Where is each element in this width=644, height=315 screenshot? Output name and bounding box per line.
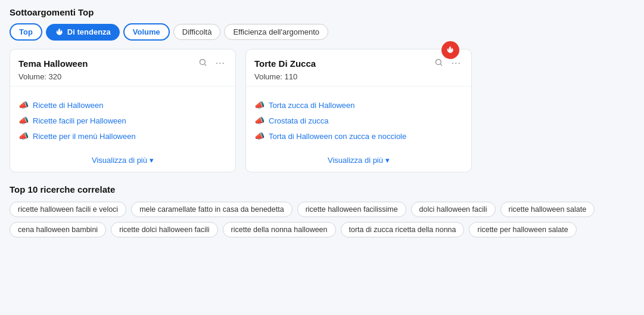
tag-pill[interactable]: ricette dolci halloween facili <box>111 222 217 237</box>
list-item: 📣 Torta zucca di Halloween <box>254 97 463 113</box>
tags-container: ricette halloween facili e veloci mele c… <box>10 202 634 237</box>
section-title: Sottoargomenti Top <box>10 7 634 17</box>
card1-search-button[interactable] <box>197 57 209 70</box>
svg-point-0 <box>200 60 205 65</box>
card2-show-more[interactable]: Visualizza di più ▾ <box>246 150 471 172</box>
chevron-down-icon: ▾ <box>385 156 390 165</box>
megaphone-icon: 📣 <box>254 131 265 141</box>
tag-pill[interactable]: mele caramellate fatto in casa da benede… <box>131 202 293 217</box>
tag-pill[interactable]: dolci halloween facili <box>411 202 496 217</box>
card2-header: Torte Di Zucca ··· Volume: 110 <box>246 50 471 87</box>
cards-row: Tema Halloween ··· Volume: 320 <box>10 49 634 172</box>
related-searches-title: Top 10 ricerche correlate <box>10 184 634 194</box>
related-searches-section: Top 10 ricerche correlate ricette hallow… <box>10 184 634 237</box>
card1-body: 📣 Ricette di Halloween 📣 Ricette facili … <box>10 87 235 150</box>
card1-header: Tema Halloween ··· Volume: 320 <box>10 50 235 87</box>
card2-title: Torte Di Zucca <box>254 58 316 69</box>
list-item: 📣 Ricette di Halloween <box>18 97 227 113</box>
tab-difficulty[interactable]: Difficoltà <box>173 24 221 40</box>
tag-pill[interactable]: cena halloween bambini <box>10 222 106 237</box>
list-item: 📣 Ricette per il menù Halloween <box>18 128 227 144</box>
tab-volume[interactable]: Volume <box>123 23 170 41</box>
megaphone-icon: 📣 <box>18 100 29 110</box>
card2-volume: Volume: 110 <box>254 72 463 81</box>
card1-title-row: Tema Halloween ··· <box>18 57 227 70</box>
megaphone-icon: 📣 <box>18 131 29 141</box>
list-item: 📣 Ricette facili per Halloween <box>18 113 227 128</box>
card-torte-di-zucca: Torte Di Zucca ··· Volume: 110 <box>245 49 472 172</box>
card1-show-more[interactable]: Visualizza di più ▾ <box>10 150 235 172</box>
tag-pill[interactable]: ricette della nonna halloween <box>223 222 336 237</box>
card1-more-button[interactable]: ··· <box>214 57 227 70</box>
card1-title: Tema Halloween <box>18 58 88 69</box>
tabs-row: Top Di tendenza Volume Difficoltà Effici… <box>10 23 634 41</box>
svg-line-3 <box>440 64 442 66</box>
card2-keyword-list: 📣 Torta zucca di Halloween 📣 Crostata di… <box>254 92 463 144</box>
card2-title-row: Torte Di Zucca ··· <box>254 57 463 70</box>
tab-trending[interactable]: Di tendenza <box>46 24 120 41</box>
megaphone-icon: 📣 <box>254 116 265 125</box>
tag-pill[interactable]: torta di zucca ricetta della nonna <box>341 222 465 237</box>
megaphone-icon: 📣 <box>254 100 265 110</box>
card1-volume: Volume: 320 <box>18 72 227 81</box>
card2-body: 📣 Torta zucca di Halloween 📣 Crostata di… <box>246 87 471 150</box>
tag-pill[interactable]: ricette per halloween salate <box>469 222 576 237</box>
megaphone-icon: 📣 <box>18 116 29 125</box>
list-item: 📣 Torta di Halloween con zucca e nocciol… <box>254 128 463 144</box>
chevron-down-icon: ▾ <box>150 156 154 165</box>
tag-pill[interactable]: ricette halloween facilissime <box>297 202 406 217</box>
tag-pill[interactable]: ricette halloween facili e veloci <box>10 202 126 217</box>
tab-top[interactable]: Top <box>10 23 42 41</box>
fire-icon-tab <box>55 27 64 37</box>
card1-icons: ··· <box>197 57 227 70</box>
svg-point-2 <box>435 60 441 65</box>
card1-keyword-list: 📣 Ricette di Halloween 📣 Ricette facili … <box>18 92 227 144</box>
tab-efficiency[interactable]: Efficienza dell'argomento <box>224 24 328 40</box>
card-tema-halloween: Tema Halloween ··· Volume: 320 <box>10 49 236 172</box>
fire-badge <box>441 41 459 59</box>
svg-line-1 <box>204 64 206 66</box>
card2-search-button[interactable] <box>433 57 445 70</box>
tag-pill[interactable]: ricette halloween salate <box>500 202 595 217</box>
list-item: 📣 Crostata di zucca <box>254 113 463 128</box>
